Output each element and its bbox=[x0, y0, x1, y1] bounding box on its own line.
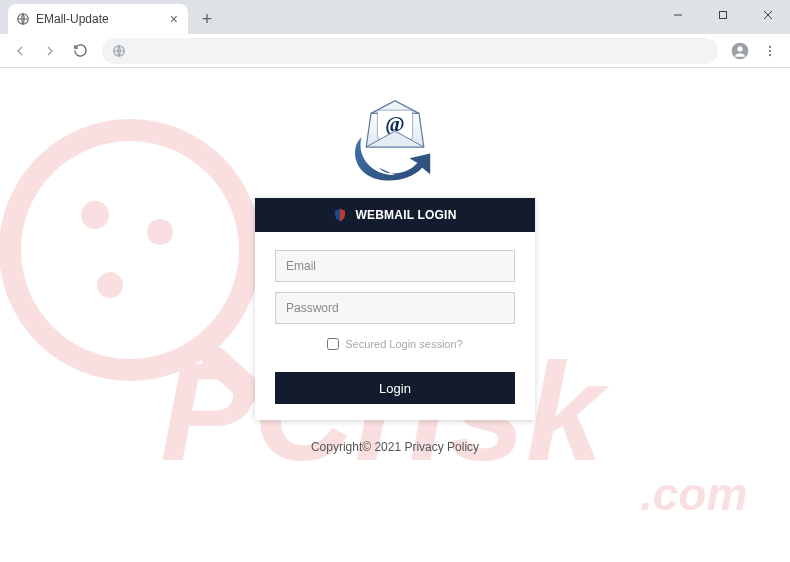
forward-button[interactable] bbox=[36, 37, 64, 65]
email-input[interactable] bbox=[275, 250, 515, 282]
svg-point-14 bbox=[737, 46, 742, 51]
svg-point-16 bbox=[769, 49, 771, 51]
svg-point-15 bbox=[769, 45, 771, 47]
login-button[interactable]: Login bbox=[275, 372, 515, 404]
new-tab-button[interactable]: + bbox=[194, 6, 220, 32]
shield-icon bbox=[333, 208, 347, 222]
tab-close-icon[interactable]: × bbox=[168, 11, 180, 27]
globe-icon bbox=[16, 12, 30, 26]
address-input[interactable] bbox=[133, 43, 710, 58]
site-info-icon[interactable] bbox=[110, 42, 127, 60]
window-controls bbox=[655, 0, 790, 34]
svg-point-17 bbox=[769, 54, 771, 56]
svg-rect-9 bbox=[719, 12, 726, 19]
maximize-button[interactable] bbox=[700, 0, 745, 30]
password-input[interactable] bbox=[275, 292, 515, 324]
profile-button[interactable] bbox=[726, 37, 754, 65]
back-button[interactable] bbox=[6, 37, 34, 65]
secured-session-row[interactable]: Secured Login session? bbox=[275, 338, 515, 350]
address-bar[interactable] bbox=[102, 38, 718, 64]
secured-session-checkbox[interactable] bbox=[327, 338, 339, 350]
tab-title: EMall-Update bbox=[36, 12, 168, 26]
title-bar: EMall-Update × + bbox=[0, 0, 790, 34]
secured-session-label: Secured Login session? bbox=[345, 338, 462, 350]
card-header: WEBMAIL LOGIN bbox=[255, 198, 535, 232]
reload-button[interactable] bbox=[66, 37, 94, 65]
minimize-button[interactable] bbox=[655, 0, 700, 30]
close-window-button[interactable] bbox=[745, 0, 790, 30]
card-body: Secured Login session? Login bbox=[255, 232, 535, 420]
kebab-menu-icon[interactable] bbox=[756, 37, 784, 65]
mail-icon: @ bbox=[347, 98, 443, 188]
page-content: @ WEBMAIL LOGIN Secured Login session? L… bbox=[0, 68, 790, 562]
card-title: WEBMAIL LOGIN bbox=[355, 208, 456, 222]
login-card: WEBMAIL LOGIN Secured Login session? Log… bbox=[255, 198, 535, 420]
footer-copyright: Copyright© 2021 Privacy Policy bbox=[311, 440, 479, 454]
browser-toolbar bbox=[0, 34, 790, 68]
browser-tab[interactable]: EMall-Update × bbox=[8, 4, 188, 34]
